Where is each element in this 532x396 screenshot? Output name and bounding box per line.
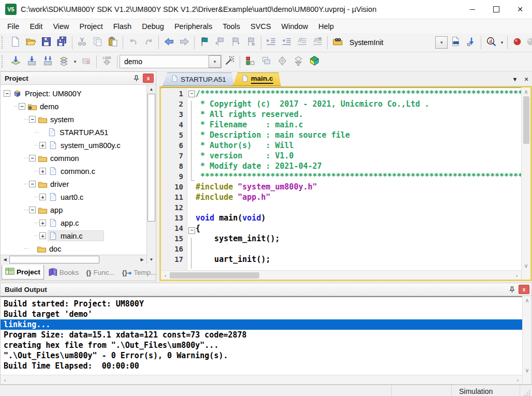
- download-button[interactable]: LOAD: [99, 54, 115, 69]
- menu-item-svcs[interactable]: SVCS: [245, 21, 276, 32]
- scroll-up-icon[interactable]: ∧: [522, 87, 530, 96]
- scroll-right-icon[interactable]: ›: [513, 375, 522, 384]
- redo-button[interactable]: [141, 35, 156, 50]
- manage-project-items-button[interactable]: [258, 54, 274, 69]
- fold-marker[interactable]: −: [187, 227, 196, 238]
- toggle-bookmark-button[interactable]: [197, 35, 212, 50]
- open-file-button[interactable]: [23, 35, 39, 50]
- document-tab-main.c[interactable]: main.c: [233, 72, 281, 86]
- stop-build-button[interactable]: [78, 54, 94, 69]
- menu-item-view[interactable]: View: [48, 21, 74, 32]
- menu-item-file[interactable]: File: [2, 21, 24, 32]
- manage-run-time-environment-button[interactable]: [242, 54, 258, 69]
- scroll-down-icon[interactable]: ∨: [522, 261, 530, 270]
- document-list-button[interactable]: ▼: [509, 74, 521, 85]
- flash-options-button[interactable]: [290, 54, 306, 69]
- menu-item-debug[interactable]: Debug: [137, 21, 169, 32]
- find-in-target-button[interactable]: [330, 35, 345, 50]
- tree-item-common.c[interactable]: +common.c: [1, 165, 146, 178]
- scrollbar-thumb[interactable]: [9, 256, 99, 263]
- collapse-icon[interactable]: −: [29, 181, 36, 187]
- expand-icon[interactable]: +: [39, 219, 46, 226]
- find-combo[interactable]: SystemInit▾: [345, 36, 448, 49]
- editor-horizontal-scrollbar[interactable]: ‹ ›: [161, 270, 521, 280]
- menu-item-flash[interactable]: Flash: [108, 21, 137, 32]
- build-output-vertical-scrollbar[interactable]: ∧ ∨: [522, 296, 531, 375]
- minimize-button[interactable]: ─: [461, 1, 484, 18]
- fold-collapse-icon[interactable]: −: [188, 227, 195, 234]
- pack-installer-button[interactable]: [306, 54, 322, 69]
- document-tab-startup.a51[interactable]: STARTUP.A51: [162, 72, 234, 86]
- batch-build-button[interactable]: [56, 54, 72, 69]
- tree-item-app[interactable]: −app: [1, 203, 146, 216]
- fold-marker[interactable]: −: [187, 91, 196, 101]
- close-button[interactable]: ✕: [508, 1, 532, 18]
- pin-panel-button[interactable]: [131, 74, 141, 83]
- save-button[interactable]: [39, 35, 54, 50]
- build-output-horizontal-scrollbar[interactable]: ‹ ›: [1, 375, 522, 384]
- expand-icon[interactable]: +: [39, 142, 46, 149]
- collapse-icon[interactable]: −: [29, 155, 36, 162]
- menu-item-peripherals[interactable]: Peripherals: [169, 21, 217, 32]
- expand-icon[interactable]: +: [39, 232, 46, 239]
- navigate-back-button[interactable]: [161, 35, 176, 50]
- menu-item-edit[interactable]: Edit: [24, 21, 48, 32]
- menu-item-project[interactable]: Project: [75, 21, 108, 32]
- collapse-icon[interactable]: −: [19, 103, 25, 110]
- scroll-up-icon[interactable]: ∧: [523, 296, 531, 305]
- find-combo-dropdown-button[interactable]: ▾: [435, 36, 448, 49]
- tree-item-uart0.c[interactable]: +uart0.c: [1, 190, 146, 203]
- indent-button[interactable]: [263, 35, 279, 50]
- tree-item-common[interactable]: −common: [1, 152, 146, 165]
- outdent-button[interactable]: [279, 35, 294, 50]
- uncomment-selection-button[interactable]: [310, 35, 326, 50]
- menu-item-window[interactable]: Window: [276, 21, 314, 32]
- toolbar-grip[interactable]: [2, 36, 6, 49]
- collapse-icon[interactable]: −: [29, 207, 36, 213]
- scrollbar-thumb[interactable]: [523, 96, 529, 144]
- batch-build-dropdown-caret-icon[interactable]: ▾: [72, 59, 78, 64]
- scroll-right-icon[interactable]: ▶: [138, 255, 146, 264]
- expand-icon[interactable]: +: [39, 194, 46, 200]
- copy-button[interactable]: [90, 35, 105, 50]
- tree-item-system[interactable]: −system: [1, 113, 146, 126]
- code-editor[interactable]: /***************************************…: [196, 89, 521, 270]
- panel-tab-books[interactable]: ?Books: [45, 266, 82, 280]
- tree-item-app.c[interactable]: +app.c: [1, 216, 146, 229]
- editor-vertical-scrollbar[interactable]: ∧ ∨: [521, 87, 530, 270]
- previous-bookmark-button[interactable]: [212, 35, 228, 50]
- menu-item-help[interactable]: Help: [313, 21, 339, 32]
- translate-button[interactable]: [8, 54, 24, 69]
- build-button[interactable]: [24, 54, 40, 69]
- close-panel-button[interactable]: x: [143, 74, 154, 83]
- target-options-button[interactable]: [221, 54, 238, 69]
- collapse-icon[interactable]: −: [29, 116, 36, 123]
- paste-button[interactable]: [105, 35, 121, 50]
- pin-panel-button[interactable]: [507, 285, 517, 294]
- comment-selection-button[interactable]: [294, 35, 310, 50]
- find-in-files-button[interactable]: [448, 35, 463, 50]
- rebuild-button[interactable]: [40, 54, 56, 69]
- collapse-icon[interactable]: −: [4, 90, 10, 97]
- close-panel-button[interactable]: x: [519, 285, 529, 294]
- undo-button[interactable]: [125, 35, 141, 50]
- scrollbar-thumb[interactable]: [147, 94, 155, 222]
- incremental-find-button[interactable]: [463, 35, 479, 50]
- project-tree-vertical-scrollbar[interactable]: ▲: [146, 85, 156, 255]
- scroll-left-icon[interactable]: ‹: [1, 375, 9, 384]
- resize-grip[interactable]: [520, 385, 532, 396]
- tree-item-doc[interactable]: doc: [1, 242, 146, 255]
- tree-item-driver[interactable]: −driver: [1, 178, 146, 190]
- expand-icon[interactable]: +: [39, 168, 46, 174]
- scroll-right-icon[interactable]: ›: [512, 271, 521, 280]
- scrollbar-thumb[interactable]: [170, 272, 259, 278]
- toolbar-grip[interactable]: [2, 55, 6, 68]
- tree-item-startup.a51[interactable]: STARTUP.A51: [1, 126, 146, 139]
- project-tree-horizontal-scrollbar[interactable]: ◀ ▶: [1, 255, 146, 264]
- tree-item-system-um800y.c[interactable]: +system_um800y.c: [1, 139, 146, 152]
- scroll-down-icon[interactable]: ▼: [146, 255, 156, 264]
- insert-breakpoint-button[interactable]: [510, 35, 525, 50]
- tree-item-project-um800y[interactable]: −Project: UM800Y: [1, 87, 146, 100]
- scroll-left-icon[interactable]: ◀: [1, 255, 9, 264]
- start-stop-debug-button[interactable]: d: [483, 35, 499, 50]
